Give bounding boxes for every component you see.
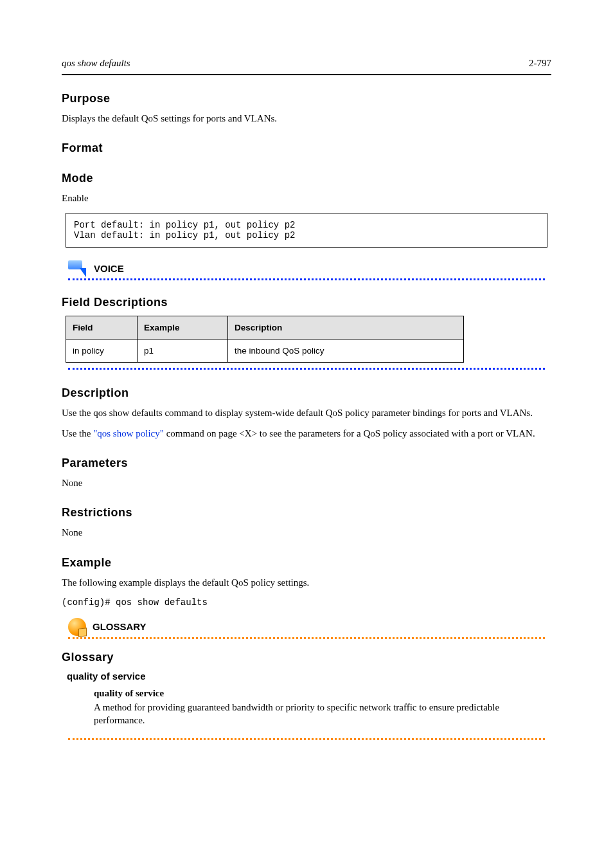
td-description: the inbound QoS policy: [228, 339, 464, 362]
voice-callout: VOICE: [68, 260, 551, 277]
section-description-heading: Description: [62, 386, 551, 400]
section-mode-text: Enable: [62, 192, 551, 204]
section-parameters-text: None: [62, 476, 551, 489]
glossary-overview: quality of service: [67, 671, 551, 682]
section-description-text: Use the qos show defaults command to dis…: [62, 406, 551, 419]
th-example: Example: [138, 316, 228, 339]
section-restrictions-text: None: [62, 526, 551, 539]
section-parameters-heading: Parameters: [62, 457, 551, 470]
glossary-entry: quality of service A method for providin…: [94, 687, 551, 727]
globe-icon: [68, 618, 86, 636]
page-header: qos show defaults 2-797: [62, 58, 551, 69]
table-row: in policy p1 the inbound QoS policy: [66, 339, 464, 362]
page: qos show defaults 2-797 Purpose Displays…: [0, 0, 613, 868]
glossary-callout: GLOSSARY: [68, 618, 551, 636]
section-glossary-heading: Glossary: [62, 651, 551, 664]
section-format-heading: Format: [62, 141, 551, 155]
glossary-def: A method for providing guaranteed bandwi…: [94, 702, 499, 725]
example-output: Port default: in policy p1, out policy p…: [66, 213, 547, 248]
glossary-term: quality of service: [94, 687, 551, 700]
td-example: p1: [138, 339, 228, 362]
section-example-heading: Example: [62, 556, 551, 570]
dotted-rule-blue-bottom: [68, 368, 545, 370]
voice-icon: [68, 260, 87, 277]
voice-label: VOICE: [94, 263, 124, 274]
th-field: Field: [66, 316, 138, 339]
section-purpose-heading: Purpose: [62, 92, 551, 105]
td-field: in policy: [66, 339, 138, 362]
crossref-cont: command on page <X> to see the parameter…: [166, 428, 535, 439]
section-mode-heading: Mode: [62, 172, 551, 185]
th-description: Description: [228, 316, 464, 339]
crossref-prefix: Use the: [62, 428, 93, 439]
dotted-rule-orange-bottom: [68, 738, 545, 740]
header-title: qos show defaults: [62, 58, 130, 69]
example-lead: The following example displays the defau…: [62, 576, 551, 589]
section-purpose-text: Displays the default QoS settings for po…: [62, 112, 551, 125]
header-rule: [62, 74, 551, 75]
crossref-link[interactable]: "qos show policy": [93, 428, 164, 439]
glossary-label: GLOSSARY: [93, 621, 147, 632]
crossref: Use the "qos show policy" command on pag…: [62, 427, 551, 440]
section-restrictions-heading: Restrictions: [62, 506, 551, 520]
header-page-number: 2-797: [529, 58, 551, 69]
example-prompt: (config)# qos show defaults: [62, 597, 551, 609]
dotted-rule-orange-top: [68, 637, 545, 639]
section-field-desc-heading: Field Descriptions: [62, 296, 551, 309]
table-header-row: Field Example Description: [66, 316, 464, 339]
dotted-rule-blue-top: [68, 278, 545, 280]
field-desc-table: Field Example Description in policy p1 t…: [66, 316, 464, 363]
